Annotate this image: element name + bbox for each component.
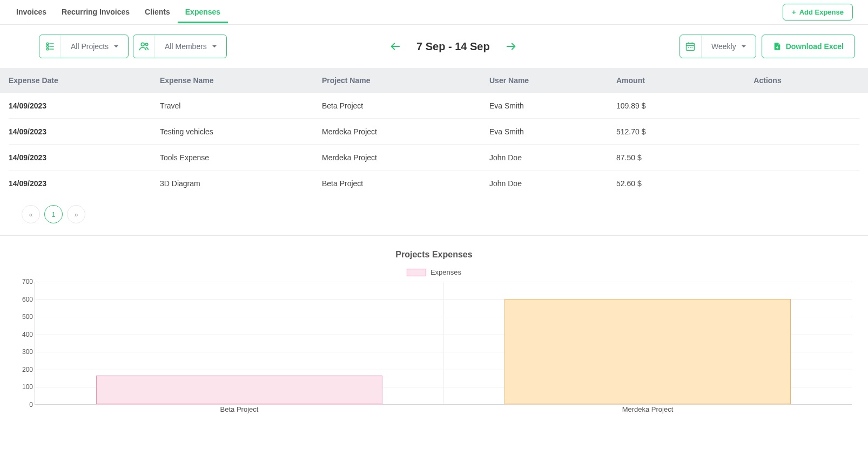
chart-ytick: 100	[15, 383, 33, 391]
cell-date: 14/09/2023	[9, 127, 160, 136]
cell-amount: 109.89 $	[616, 101, 724, 110]
cell-project: Beta Project	[322, 179, 489, 188]
th-actions: Actions	[724, 76, 811, 85]
table-row: 14/09/2023 3D Diagram Beta Project John …	[9, 171, 859, 196]
svg-rect-10	[687, 43, 695, 50]
download-excel-label: Download Excel	[786, 42, 844, 51]
members-filter-label: All Members	[165, 42, 207, 51]
chart-ytick: 700	[15, 278, 33, 285]
chart-ytick: 0	[15, 401, 33, 408]
members-icon	[133, 35, 155, 58]
frequency-filter[interactable]: Weekly	[679, 35, 756, 58]
chevron-down-icon	[742, 45, 746, 47]
th-project-name: Project Name	[322, 76, 489, 85]
chart-area: 0100200300400500600700Beta ProjectMerdek…	[35, 282, 852, 415]
th-amount: Amount	[616, 76, 724, 85]
cell-user: John Doe	[489, 179, 616, 188]
chevron-down-icon	[114, 45, 118, 47]
table-row: 14/09/2023 Tools Expense Merdeka Project…	[9, 145, 859, 171]
chart-xlabel: Merdeka Project	[443, 405, 852, 416]
plus-icon: +	[792, 8, 796, 16]
calendar-icon	[680, 35, 702, 58]
svg-point-4	[46, 48, 49, 50]
pagination: « 1 »	[0, 196, 868, 235]
chart-bar	[96, 376, 382, 404]
chart-vertical-separator	[443, 282, 444, 404]
pagination-prev-button[interactable]: «	[22, 205, 40, 223]
download-excel-button[interactable]: Download Excel	[762, 35, 855, 58]
chart-title: Projects Expenses	[13, 250, 855, 260]
cell-project: Merdeka Project	[322, 153, 489, 162]
add-expense-label: Add Expense	[799, 8, 844, 16]
cell-user: Eva Smith	[489, 101, 616, 110]
chart-xlabels: Beta ProjectMerdeka Project	[35, 405, 852, 416]
chart-ytick: 200	[15, 366, 33, 373]
members-filter[interactable]: All Members	[133, 35, 227, 58]
chart-plot: 0100200300400500600700Beta ProjectMerdek…	[35, 282, 852, 405]
th-expense-name: Expense Name	[160, 76, 322, 85]
tab-invoices[interactable]: Invoices	[9, 1, 54, 23]
pagination-page-1[interactable]: 1	[44, 205, 63, 223]
toolbar: All Projects All Members 7 Sep - 14 Sep	[0, 25, 868, 68]
table-row: 14/09/2023 Travel Beta Project Eva Smith…	[9, 93, 859, 119]
svg-point-0	[46, 43, 49, 45]
cell-amount: 52.60 $	[616, 179, 724, 188]
chart-legend: Expenses	[13, 268, 855, 276]
svg-point-7	[145, 43, 147, 45]
legend-swatch	[407, 269, 426, 276]
tab-bar: Invoices Recurring Invoices Clients Expe…	[0, 0, 868, 25]
cell-user: John Doe	[489, 153, 616, 162]
prev-period-button[interactable]	[389, 40, 401, 52]
projects-filter[interactable]: All Projects	[39, 35, 129, 58]
projects-filter-label: All Projects	[71, 42, 109, 51]
cell-name: Travel	[160, 101, 322, 110]
chart-bar	[504, 299, 790, 404]
svg-point-6	[141, 43, 144, 46]
table-row: 14/09/2023 Testing vehicles Merdeka Proj…	[9, 119, 859, 145]
chart-section: Projects Expenses Expenses 0100200300400…	[0, 236, 868, 421]
cell-date: 14/09/2023	[9, 153, 160, 162]
cell-date: 14/09/2023	[9, 101, 160, 110]
frequency-filter-label: Weekly	[711, 42, 736, 51]
cell-amount: 87.50 $	[616, 153, 724, 162]
tab-expenses[interactable]: Expenses	[178, 1, 228, 23]
download-file-icon	[773, 42, 782, 51]
table-header-row: Expense Date Expense Name Project Name U…	[0, 68, 868, 93]
svg-point-2	[46, 45, 49, 47]
chevron-down-icon	[212, 45, 217, 47]
add-expense-button[interactable]: + Add Expense	[783, 4, 853, 21]
legend-label: Expenses	[430, 268, 461, 276]
tab-clients[interactable]: Clients	[137, 1, 178, 23]
pagination-next-button[interactable]: »	[67, 205, 85, 223]
projects-icon	[39, 35, 61, 58]
date-range-nav: 7 Sep - 14 Sep	[231, 40, 675, 53]
tabs-left: Invoices Recurring Invoices Clients Expe…	[9, 1, 228, 23]
cell-user: Eva Smith	[489, 127, 616, 136]
cell-project: Merdeka Project	[322, 127, 489, 136]
table-body: 14/09/2023 Travel Beta Project Eva Smith…	[0, 93, 868, 196]
chart-ytick: 500	[15, 313, 33, 321]
tab-recurring-invoices[interactable]: Recurring Invoices	[54, 1, 137, 23]
chart-xlabel: Beta Project	[35, 405, 443, 416]
cell-project: Beta Project	[322, 101, 489, 110]
chart-ytick: 300	[15, 348, 33, 356]
th-user-name: User Name	[489, 76, 616, 85]
th-expense-date: Expense Date	[9, 76, 160, 85]
cell-date: 14/09/2023	[9, 179, 160, 188]
chart-ytick: 600	[15, 296, 33, 303]
cell-amount: 512.70 $	[616, 127, 724, 136]
chart-ytick: 400	[15, 331, 33, 338]
next-period-button[interactable]	[505, 40, 517, 52]
date-range-label: 7 Sep - 14 Sep	[416, 40, 490, 53]
cell-name: Tools Expense	[160, 153, 322, 162]
cell-name: Testing vehicles	[160, 127, 322, 136]
cell-name: 3D Diagram	[160, 179, 322, 188]
